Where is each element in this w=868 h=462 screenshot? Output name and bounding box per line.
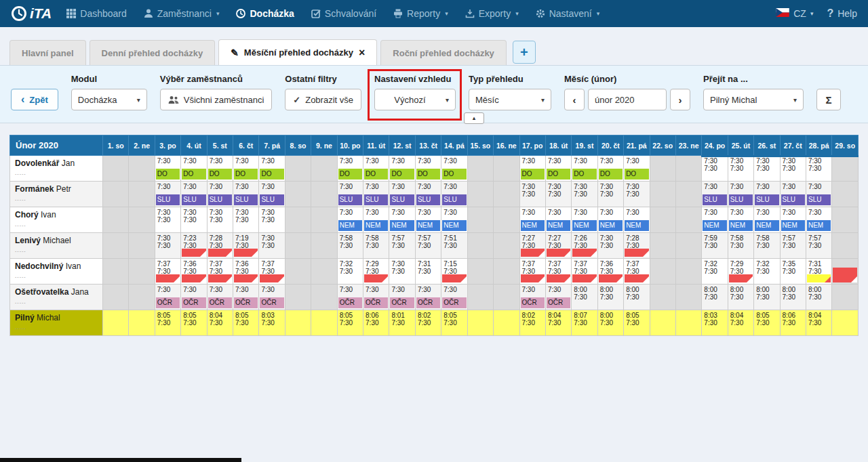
day-cell[interactable]: 7:577:30 bbox=[415, 233, 441, 259]
day-cell[interactable]: 7:577:30 bbox=[806, 233, 831, 259]
day-cell[interactable] bbox=[675, 285, 701, 310]
day-cell[interactable]: 7:30NEM bbox=[572, 207, 597, 233]
day-cell[interactable]: 7:30NEM bbox=[780, 207, 806, 233]
day-cell[interactable] bbox=[832, 156, 859, 182]
day-cell[interactable]: 7:587:30 bbox=[337, 233, 363, 259]
day-cell[interactable] bbox=[311, 310, 337, 336]
day-cell[interactable]: 7:327:30 bbox=[702, 259, 728, 285]
day-cell[interactable] bbox=[311, 182, 337, 207]
day-cell[interactable]: 7:30DO bbox=[259, 156, 285, 182]
day-cell[interactable]: 7:30DO bbox=[389, 156, 415, 182]
day-cell[interactable] bbox=[129, 285, 155, 310]
day-cell[interactable]: 7:577:30 bbox=[780, 233, 806, 259]
day-cell[interactable]: 7:377:30 bbox=[545, 259, 571, 285]
day-cell[interactable]: 7:277:30 bbox=[519, 233, 545, 259]
day-cell[interactable]: 7:377:30 bbox=[155, 259, 180, 285]
day-cell[interactable]: 7:197:30 bbox=[233, 233, 259, 259]
day-cell[interactable]: 7:30SLU bbox=[754, 182, 780, 207]
day-cell[interactable]: 8:007:30 bbox=[572, 285, 597, 310]
month-input[interactable] bbox=[588, 89, 667, 110]
day-cell[interactable] bbox=[129, 310, 155, 336]
day-cell[interactable]: 8:057:30 bbox=[155, 310, 180, 336]
nav-item-zamestnanci[interactable]: Zaměstnanci▾ bbox=[144, 8, 220, 19]
day-cell[interactable] bbox=[494, 259, 519, 285]
day-cell[interactable]: 7:307:30 bbox=[754, 156, 780, 182]
day-cell[interactable]: 7:30SLU bbox=[233, 182, 259, 207]
tab-hlavni-panel[interactable]: Hlavní panel bbox=[9, 40, 86, 65]
day-cell[interactable]: 7:30NEM bbox=[519, 207, 545, 233]
day-cell[interactable]: 7:30OČR bbox=[441, 285, 467, 310]
day-cell[interactable] bbox=[467, 310, 493, 336]
day-cell[interactable] bbox=[467, 285, 493, 310]
day-cell[interactable]: 7:307:30 bbox=[259, 207, 285, 233]
day-cell[interactable] bbox=[832, 310, 859, 336]
day-cell[interactable] bbox=[650, 310, 675, 336]
day-cell[interactable]: 7:367:30 bbox=[233, 259, 259, 285]
day-cell[interactable]: 7:30OČR bbox=[233, 285, 259, 310]
day-cell[interactable]: 7:307:30 bbox=[780, 156, 806, 182]
day-cell[interactable]: 7:30NEM bbox=[728, 207, 753, 233]
day-cell[interactable] bbox=[494, 207, 519, 233]
nav-item-schvalovani[interactable]: Schvalování bbox=[311, 8, 376, 19]
day-cell[interactable]: 7:30SLU bbox=[363, 182, 389, 207]
nav-item-dochazka[interactable]: Docházka bbox=[236, 8, 294, 19]
day-cell[interactable]: 7:307:30 bbox=[519, 182, 545, 207]
day-cell[interactable]: 7:30OČR bbox=[545, 285, 571, 310]
day-cell[interactable] bbox=[832, 285, 859, 310]
day-cell[interactable] bbox=[129, 182, 155, 207]
day-cell[interactable]: 7:287:30 bbox=[624, 233, 650, 259]
day-cell[interactable] bbox=[494, 182, 519, 207]
day-cell[interactable]: 7:327:30 bbox=[337, 259, 363, 285]
day-cell[interactable]: 8:037:30 bbox=[259, 310, 285, 336]
day-cell[interactable]: 7:307:30 bbox=[155, 207, 180, 233]
employee-name-cell[interactable]: Ošetřovatelka Jana----- bbox=[10, 285, 103, 310]
day-cell[interactable] bbox=[311, 156, 337, 182]
day-cell[interactable]: 7:30DO bbox=[337, 156, 363, 182]
day-cell[interactable] bbox=[285, 310, 311, 336]
day-cell[interactable] bbox=[285, 233, 311, 259]
day-cell[interactable]: 7:30NEM bbox=[545, 207, 571, 233]
day-cell[interactable]: 7:30NEM bbox=[806, 207, 831, 233]
day-cell[interactable]: 7:30OČR bbox=[519, 285, 545, 310]
day-cell[interactable]: 7:367:30 bbox=[181, 259, 207, 285]
day-cell[interactable]: 7:597:30 bbox=[702, 233, 728, 259]
day-cell[interactable]: 7:30OČR bbox=[181, 285, 207, 310]
day-cell[interactable] bbox=[467, 233, 493, 259]
day-cell[interactable]: 8:027:30 bbox=[519, 310, 545, 336]
day-cell[interactable] bbox=[103, 310, 129, 336]
day-cell[interactable]: 7:30SLU bbox=[728, 182, 753, 207]
day-cell[interactable]: 7:30OČR bbox=[363, 285, 389, 310]
day-cell[interactable]: 8:007:30 bbox=[780, 285, 806, 310]
day-cell[interactable]: 7:30DO bbox=[572, 156, 597, 182]
day-cell[interactable] bbox=[675, 156, 701, 182]
nav-item-exporty[interactable]: Exporty▾ bbox=[465, 8, 519, 19]
nav-item-dashboard[interactable]: Dashboard bbox=[66, 8, 127, 19]
day-cell[interactable] bbox=[129, 207, 155, 233]
day-cell[interactable]: 7:377:30 bbox=[207, 259, 233, 285]
day-cell[interactable] bbox=[129, 233, 155, 259]
day-cell[interactable] bbox=[494, 233, 519, 259]
day-cell[interactable] bbox=[650, 285, 675, 310]
day-cell[interactable]: 8:057:30 bbox=[233, 310, 259, 336]
day-cell[interactable]: 7:30DO bbox=[519, 156, 545, 182]
day-cell[interactable]: 7:30DO bbox=[415, 156, 441, 182]
day-cell[interactable] bbox=[832, 182, 859, 207]
day-cell[interactable] bbox=[311, 233, 337, 259]
help-button[interactable]: ? Help bbox=[827, 7, 857, 20]
day-cell[interactable] bbox=[103, 285, 129, 310]
day-cell[interactable]: 7:30DO bbox=[363, 156, 389, 182]
day-cell[interactable]: 7:30SLU bbox=[441, 182, 467, 207]
day-cell[interactable]: 7:307:30 bbox=[545, 182, 571, 207]
day-cell[interactable]: 7:30SLU bbox=[806, 182, 831, 207]
tab-mesicni-prehled-dochazky[interactable]: ✎Měsíční přehled docházky× bbox=[218, 39, 377, 65]
day-cell[interactable]: 7:587:30 bbox=[754, 233, 780, 259]
view-type-select[interactable]: Měsíc ▾ bbox=[469, 89, 551, 110]
sum-button[interactable]: Σ bbox=[816, 89, 841, 110]
day-cell[interactable] bbox=[103, 156, 129, 182]
day-cell[interactable]: 7:577:30 bbox=[389, 233, 415, 259]
day-cell[interactable]: 7:30OČR bbox=[337, 285, 363, 310]
day-cell[interactable]: 7:30OČR bbox=[155, 285, 180, 310]
day-cell[interactable]: 7:307:30 bbox=[389, 259, 415, 285]
day-cell[interactable]: 7:267:30 bbox=[572, 233, 597, 259]
day-cell[interactable]: 8:047:30 bbox=[806, 310, 831, 336]
